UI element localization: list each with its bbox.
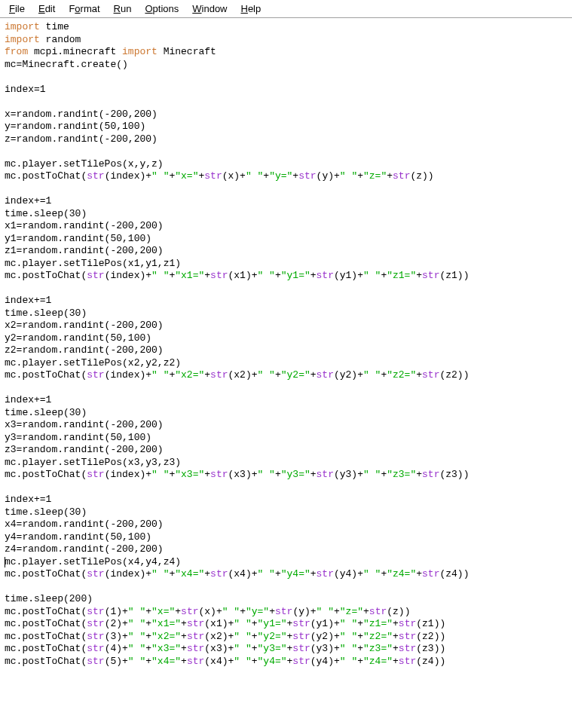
code-line: index=1 <box>5 84 567 96</box>
code-line: import time <box>5 21 567 34</box>
code-line: mc.player.setTilePos(x1,y1,z1) <box>5 258 567 271</box>
code-line: mc.player.setTilePos(x3,y3,z3) <box>5 457 567 470</box>
code-line: y4=random.randint(50,100) <box>5 531 567 544</box>
menubar: FileEditFormatRunOptionsWindowHelp <box>0 0 572 18</box>
code-line <box>5 581 567 594</box>
code-line: z2=random.randint(-200,200) <box>5 344 567 357</box>
code-line: x3=random.randint(-200,200) <box>5 419 567 432</box>
code-line <box>5 482 567 494</box>
code-line <box>5 71 567 84</box>
code-line: mc.postToChat(str(1)+" "+"x="+str(x)+" "… <box>5 606 567 619</box>
menu-format[interactable]: Format <box>63 2 106 16</box>
code-line <box>5 145 567 158</box>
code-line: z4=random.randint(-200,200) <box>5 543 567 556</box>
code-line: time.sleep(200) <box>5 593 567 606</box>
code-line: x=random.randint(-200,200) <box>5 109 567 121</box>
menu-file[interactable]: File <box>3 2 31 16</box>
menu-window[interactable]: Window <box>186 2 233 16</box>
code-line: x1=random.randint(-200,200) <box>5 220 567 233</box>
code-line <box>5 183 567 196</box>
code-line: mc.postToChat(str(5)+" "+"x4="+str(x4)+"… <box>5 656 567 668</box>
code-line: x2=random.randint(-200,200) <box>5 320 567 332</box>
code-line: mc.player.setTilePos(x,y,z) <box>5 158 567 171</box>
menu-run[interactable]: Run <box>108 2 138 16</box>
code-line: mc.postToChat(str(index)+" "+"x3="+str(x… <box>5 469 567 482</box>
code-line: time.sleep(30) <box>5 506 567 519</box>
code-line: mc.player.setTilePos(x2,y2,z2) <box>5 357 567 370</box>
code-line: y3=random.randint(50,100) <box>5 432 567 445</box>
code-line: time.sleep(30) <box>5 307 567 320</box>
code-line: mc.postToChat(str(index)+" "+"x="+str(x)… <box>5 170 567 183</box>
code-editor[interactable]: import timeimport randomfrom mcpi.minecr… <box>0 18 572 671</box>
code-line: mc.player.setTilePos(x4,y4,z4) <box>5 556 567 569</box>
code-line: mc.postToChat(str(3)+" "+"x2="+str(x2)+"… <box>5 631 567 644</box>
code-line: from mcpi.minecraft import Minecraft <box>5 46 567 59</box>
code-line: index+=1 <box>5 295 567 307</box>
code-line: mc.postToChat(str(4)+" "+"x3="+str(x3)+"… <box>5 643 567 656</box>
code-line: z3=random.randint(-200,200) <box>5 444 567 457</box>
menu-help[interactable]: Help <box>235 2 268 16</box>
code-line: import random <box>5 34 567 47</box>
code-line: z1=random.randint(-200,200) <box>5 245 567 258</box>
code-line: index+=1 <box>5 494 567 506</box>
code-line: mc.postToChat(str(index)+" "+"x1="+str(x… <box>5 270 567 283</box>
code-line: y2=random.randint(50,100) <box>5 332 567 345</box>
code-line: time.sleep(30) <box>5 208 567 221</box>
code-line: mc.postToChat(str(index)+" "+"x2="+str(x… <box>5 369 567 382</box>
code-line: index+=1 <box>5 195 567 208</box>
code-line: mc.postToChat(str(2)+" "+"x1="+str(x1)+"… <box>5 618 567 631</box>
code-line <box>5 283 567 295</box>
code-line: mc.postToChat(str(index)+" "+"x4="+str(x… <box>5 568 567 581</box>
code-line <box>5 96 567 109</box>
menu-edit[interactable]: Edit <box>32 2 61 16</box>
menu-options[interactable]: Options <box>139 2 185 16</box>
code-line: x4=random.randint(-200,200) <box>5 518 567 531</box>
code-line: time.sleep(30) <box>5 407 567 420</box>
code-line: y=random.randint(50,100) <box>5 121 567 133</box>
code-line: index+=1 <box>5 394 567 407</box>
code-line <box>5 382 567 395</box>
code-line: z=random.randint(-200,200) <box>5 133 567 146</box>
code-line: y1=random.randint(50,100) <box>5 233 567 246</box>
code-line: mc=Minecraft.create() <box>5 59 567 72</box>
